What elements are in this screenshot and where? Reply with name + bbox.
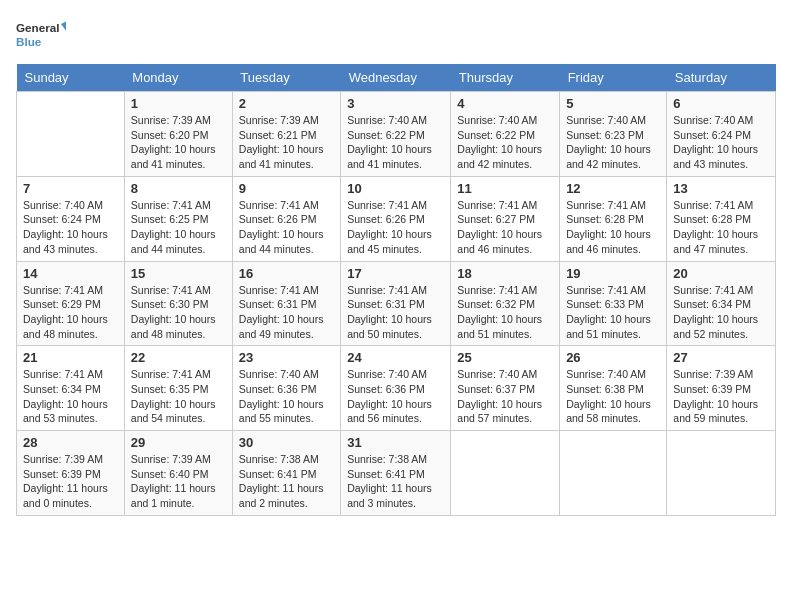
day-info: Sunrise: 7:38 AM Sunset: 6:41 PM Dayligh…	[347, 452, 444, 511]
day-number: 8	[131, 181, 226, 196]
day-number: 16	[239, 266, 334, 281]
calendar-cell: 23Sunrise: 7:40 AM Sunset: 6:36 PM Dayli…	[232, 346, 340, 431]
weekday-header-thursday: Thursday	[451, 64, 560, 92]
day-number: 25	[457, 350, 553, 365]
day-info: Sunrise: 7:41 AM Sunset: 6:31 PM Dayligh…	[347, 283, 444, 342]
calendar-cell: 19Sunrise: 7:41 AM Sunset: 6:33 PM Dayli…	[560, 261, 667, 346]
weekday-header-wednesday: Wednesday	[341, 64, 451, 92]
day-number: 28	[23, 435, 118, 450]
day-number: 21	[23, 350, 118, 365]
calendar-cell: 1Sunrise: 7:39 AM Sunset: 6:20 PM Daylig…	[124, 92, 232, 177]
calendar-cell: 6Sunrise: 7:40 AM Sunset: 6:24 PM Daylig…	[667, 92, 776, 177]
calendar-cell	[17, 92, 125, 177]
day-info: Sunrise: 7:41 AM Sunset: 6:27 PM Dayligh…	[457, 198, 553, 257]
day-number: 11	[457, 181, 553, 196]
calendar-cell: 20Sunrise: 7:41 AM Sunset: 6:34 PM Dayli…	[667, 261, 776, 346]
day-info: Sunrise: 7:40 AM Sunset: 6:23 PM Dayligh…	[566, 113, 660, 172]
day-info: Sunrise: 7:41 AM Sunset: 6:29 PM Dayligh…	[23, 283, 118, 342]
day-number: 9	[239, 181, 334, 196]
day-number: 3	[347, 96, 444, 111]
calendar-cell: 18Sunrise: 7:41 AM Sunset: 6:32 PM Dayli…	[451, 261, 560, 346]
day-info: Sunrise: 7:40 AM Sunset: 6:22 PM Dayligh…	[347, 113, 444, 172]
calendar-cell: 3Sunrise: 7:40 AM Sunset: 6:22 PM Daylig…	[341, 92, 451, 177]
day-number: 22	[131, 350, 226, 365]
day-number: 18	[457, 266, 553, 281]
calendar-cell: 13Sunrise: 7:41 AM Sunset: 6:28 PM Dayli…	[667, 176, 776, 261]
calendar-cell: 17Sunrise: 7:41 AM Sunset: 6:31 PM Dayli…	[341, 261, 451, 346]
calendar-cell: 12Sunrise: 7:41 AM Sunset: 6:28 PM Dayli…	[560, 176, 667, 261]
calendar-week-row: 1Sunrise: 7:39 AM Sunset: 6:20 PM Daylig…	[17, 92, 776, 177]
day-info: Sunrise: 7:41 AM Sunset: 6:28 PM Dayligh…	[566, 198, 660, 257]
day-number: 27	[673, 350, 769, 365]
calendar-cell: 15Sunrise: 7:41 AM Sunset: 6:30 PM Dayli…	[124, 261, 232, 346]
weekday-header-tuesday: Tuesday	[232, 64, 340, 92]
page-header: General Blue	[16, 16, 776, 52]
day-info: Sunrise: 7:41 AM Sunset: 6:35 PM Dayligh…	[131, 367, 226, 426]
day-number: 4	[457, 96, 553, 111]
calendar-cell: 31Sunrise: 7:38 AM Sunset: 6:41 PM Dayli…	[341, 431, 451, 516]
day-info: Sunrise: 7:41 AM Sunset: 6:33 PM Dayligh…	[566, 283, 660, 342]
day-number: 17	[347, 266, 444, 281]
day-info: Sunrise: 7:41 AM Sunset: 6:34 PM Dayligh…	[673, 283, 769, 342]
day-info: Sunrise: 7:40 AM Sunset: 6:24 PM Dayligh…	[23, 198, 118, 257]
calendar-cell	[667, 431, 776, 516]
day-number: 14	[23, 266, 118, 281]
day-number: 26	[566, 350, 660, 365]
calendar-cell: 25Sunrise: 7:40 AM Sunset: 6:37 PM Dayli…	[451, 346, 560, 431]
calendar-cell: 11Sunrise: 7:41 AM Sunset: 6:27 PM Dayli…	[451, 176, 560, 261]
weekday-header-row: SundayMondayTuesdayWednesdayThursdayFrid…	[17, 64, 776, 92]
calendar-cell: 16Sunrise: 7:41 AM Sunset: 6:31 PM Dayli…	[232, 261, 340, 346]
calendar-cell: 26Sunrise: 7:40 AM Sunset: 6:38 PM Dayli…	[560, 346, 667, 431]
day-number: 15	[131, 266, 226, 281]
day-number: 23	[239, 350, 334, 365]
calendar-cell: 21Sunrise: 7:41 AM Sunset: 6:34 PM Dayli…	[17, 346, 125, 431]
calendar-cell	[451, 431, 560, 516]
day-info: Sunrise: 7:40 AM Sunset: 6:24 PM Dayligh…	[673, 113, 769, 172]
day-info: Sunrise: 7:41 AM Sunset: 6:25 PM Dayligh…	[131, 198, 226, 257]
day-info: Sunrise: 7:41 AM Sunset: 6:26 PM Dayligh…	[347, 198, 444, 257]
day-number: 31	[347, 435, 444, 450]
day-info: Sunrise: 7:40 AM Sunset: 6:36 PM Dayligh…	[239, 367, 334, 426]
day-number: 6	[673, 96, 769, 111]
calendar-week-row: 21Sunrise: 7:41 AM Sunset: 6:34 PM Dayli…	[17, 346, 776, 431]
day-number: 5	[566, 96, 660, 111]
day-info: Sunrise: 7:41 AM Sunset: 6:30 PM Dayligh…	[131, 283, 226, 342]
day-info: Sunrise: 7:40 AM Sunset: 6:38 PM Dayligh…	[566, 367, 660, 426]
day-info: Sunrise: 7:41 AM Sunset: 6:34 PM Dayligh…	[23, 367, 118, 426]
calendar-cell: 30Sunrise: 7:38 AM Sunset: 6:41 PM Dayli…	[232, 431, 340, 516]
weekday-header-friday: Friday	[560, 64, 667, 92]
svg-text:Blue: Blue	[16, 35, 42, 48]
day-info: Sunrise: 7:41 AM Sunset: 6:31 PM Dayligh…	[239, 283, 334, 342]
logo: General Blue	[16, 16, 66, 52]
calendar-cell: 2Sunrise: 7:39 AM Sunset: 6:21 PM Daylig…	[232, 92, 340, 177]
day-info: Sunrise: 7:39 AM Sunset: 6:21 PM Dayligh…	[239, 113, 334, 172]
day-number: 19	[566, 266, 660, 281]
calendar-cell: 24Sunrise: 7:40 AM Sunset: 6:36 PM Dayli…	[341, 346, 451, 431]
day-number: 29	[131, 435, 226, 450]
calendar-cell: 14Sunrise: 7:41 AM Sunset: 6:29 PM Dayli…	[17, 261, 125, 346]
calendar-cell: 10Sunrise: 7:41 AM Sunset: 6:26 PM Dayli…	[341, 176, 451, 261]
day-number: 24	[347, 350, 444, 365]
calendar-cell: 22Sunrise: 7:41 AM Sunset: 6:35 PM Dayli…	[124, 346, 232, 431]
day-number: 20	[673, 266, 769, 281]
calendar-week-row: 28Sunrise: 7:39 AM Sunset: 6:39 PM Dayli…	[17, 431, 776, 516]
day-info: Sunrise: 7:40 AM Sunset: 6:22 PM Dayligh…	[457, 113, 553, 172]
day-info: Sunrise: 7:38 AM Sunset: 6:41 PM Dayligh…	[239, 452, 334, 511]
day-number: 2	[239, 96, 334, 111]
day-info: Sunrise: 7:41 AM Sunset: 6:26 PM Dayligh…	[239, 198, 334, 257]
calendar-cell	[560, 431, 667, 516]
svg-text:General: General	[16, 21, 59, 34]
day-info: Sunrise: 7:39 AM Sunset: 6:20 PM Dayligh…	[131, 113, 226, 172]
calendar-table: SundayMondayTuesdayWednesdayThursdayFrid…	[16, 64, 776, 516]
day-number: 30	[239, 435, 334, 450]
day-number: 13	[673, 181, 769, 196]
calendar-cell: 7Sunrise: 7:40 AM Sunset: 6:24 PM Daylig…	[17, 176, 125, 261]
calendar-cell: 4Sunrise: 7:40 AM Sunset: 6:22 PM Daylig…	[451, 92, 560, 177]
logo-svg: General Blue	[16, 16, 66, 52]
day-info: Sunrise: 7:39 AM Sunset: 6:39 PM Dayligh…	[23, 452, 118, 511]
weekday-header-monday: Monday	[124, 64, 232, 92]
day-info: Sunrise: 7:41 AM Sunset: 6:32 PM Dayligh…	[457, 283, 553, 342]
day-number: 10	[347, 181, 444, 196]
day-info: Sunrise: 7:40 AM Sunset: 6:37 PM Dayligh…	[457, 367, 553, 426]
calendar-cell: 5Sunrise: 7:40 AM Sunset: 6:23 PM Daylig…	[560, 92, 667, 177]
